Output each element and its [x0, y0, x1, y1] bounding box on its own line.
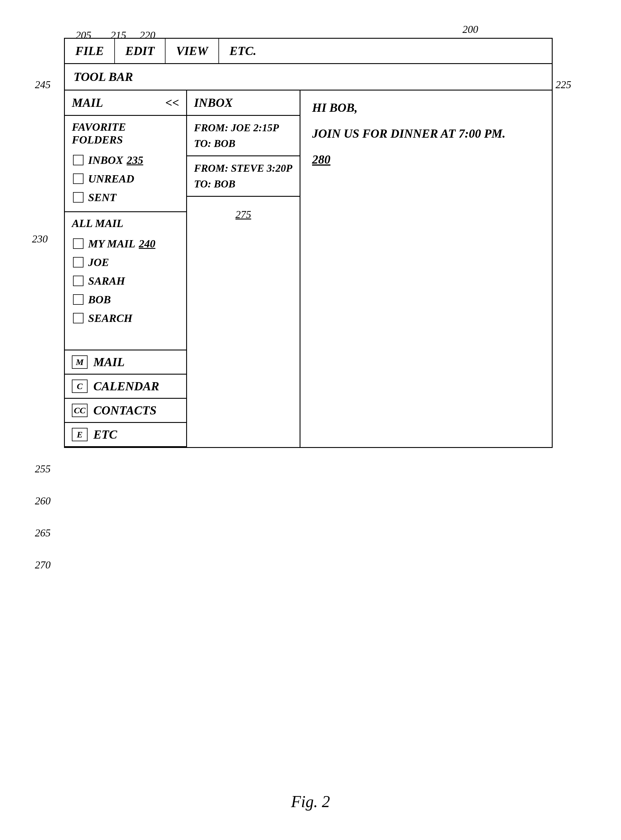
content-area: MAIL << FAVORITE FOLDERS INBOX 235 UNREA…	[65, 91, 552, 447]
email-item-1[interactable]: FROM: JOE 2:15P TO: BOB	[187, 116, 300, 156]
email-body-line2: JOIN US FOR DINNER AT 7:00 PM.	[312, 125, 540, 142]
email-1-from: FROM: JOE 2:15P	[194, 122, 292, 134]
menu-bar: FILE EDIT VIEW ETC.	[65, 39, 552, 64]
email-list-placeholder: 275	[187, 197, 300, 232]
annotation-230: 230	[32, 233, 48, 245]
annotation-200: 200	[462, 23, 478, 35]
figure-caption: Fig. 2	[291, 792, 330, 811]
nav-contacts-label: CONTACTS	[93, 403, 156, 418]
email-list-header: INBOX	[187, 91, 300, 116]
menu-etc[interactable]: ETC.	[219, 39, 267, 63]
menu-view[interactable]: VIEW	[165, 39, 219, 63]
sarah-checkbox[interactable]	[73, 276, 83, 286]
inbox-checkbox[interactable]	[73, 155, 83, 165]
email-1-to: TO: BOB	[194, 137, 292, 150]
nav-etc-label: ETC	[93, 428, 117, 442]
joe-checkbox[interactable]	[73, 257, 83, 267]
mymail-badge: 240	[139, 237, 155, 250]
search-label: SEARCH	[88, 312, 132, 325]
email-2-to: TO: BOB	[194, 178, 292, 190]
sidebar-item-mymail[interactable]: MY MAIL 240	[72, 234, 179, 253]
email-body-line1: HI BOB,	[312, 99, 540, 116]
search-checkbox[interactable]	[73, 313, 83, 324]
sidebar-item-unread[interactable]: UNREAD	[72, 169, 179, 188]
sidebar-header: MAIL <<	[65, 91, 186, 116]
sarah-label: SARAH	[88, 275, 125, 287]
sidebar-item-joe[interactable]: JOE	[72, 253, 179, 272]
toolbar: TOOL BAR	[65, 64, 552, 91]
placeholder-ref: 275	[236, 209, 251, 220]
bob-label: BOB	[88, 293, 111, 306]
email-ref: 280	[312, 151, 540, 168]
mymail-checkbox[interactable]	[73, 238, 83, 249]
mymail-label: MY MAIL	[88, 237, 135, 250]
joe-label: JOE	[88, 256, 109, 269]
inbox-badge: 235	[127, 154, 143, 167]
sent-label: SENT	[88, 191, 117, 204]
email-item-2[interactable]: FROM: STEVE 3:20P TO: BOB	[187, 156, 300, 197]
menu-edit[interactable]: EDIT	[115, 39, 165, 63]
inbox-label: INBOX	[88, 154, 123, 167]
sidebar-item-search[interactable]: SEARCH	[72, 309, 179, 327]
sidebar-title: MAIL	[72, 96, 103, 110]
annotation-260: 260	[35, 495, 51, 507]
email-2-from: FROM: STEVE 3:20P	[194, 162, 292, 174]
annotation-265: 265	[35, 527, 51, 539]
favorite-folders-title: FAVORITE FOLDERS	[72, 120, 179, 146]
annotation-245: 245	[35, 79, 51, 91]
email-list: INBOX FROM: JOE 2:15P TO: BOB FROM: STEV…	[187, 91, 300, 447]
nav-calendar[interactable]: C CALENDAR	[65, 375, 186, 399]
menu-file[interactable]: FILE	[65, 39, 115, 63]
etc-icon: E	[72, 428, 88, 441]
sent-checkbox[interactable]	[73, 192, 83, 203]
email-content-panel: HI BOB, JOIN US FOR DINNER AT 7:00 PM. 2…	[300, 91, 552, 447]
nav-contacts[interactable]: CC CONTACTS	[65, 399, 186, 423]
favorite-folders-section: FAVORITE FOLDERS INBOX 235 UNREAD SENT	[65, 116, 186, 212]
mail-icon: M	[72, 355, 88, 369]
all-mail-section: ALL MAIL MY MAIL 240 JOE SARAH	[65, 212, 186, 351]
nav-calendar-label: CALENDAR	[93, 379, 159, 393]
nav-etc[interactable]: E ETC	[65, 423, 186, 447]
sidebar-collapse-button[interactable]: <<	[165, 96, 179, 110]
all-mail-title: ALL MAIL	[72, 217, 179, 229]
sidebar-item-bob[interactable]: BOB	[72, 290, 179, 309]
unread-label: UNREAD	[88, 172, 134, 185]
sidebar-item-sarah[interactable]: SARAH	[72, 272, 179, 290]
unread-checkbox[interactable]	[73, 173, 83, 184]
bob-checkbox[interactable]	[73, 294, 83, 305]
main-window: FILE EDIT VIEW ETC. TOOL BAR MAIL << FAV…	[64, 38, 553, 448]
sidebar-item-sent[interactable]: SENT	[72, 188, 179, 207]
nav-mail-label: MAIL	[93, 355, 124, 369]
contacts-icon: CC	[72, 404, 88, 417]
nav-mail[interactable]: M MAIL	[65, 351, 186, 375]
annotation-225: 225	[556, 79, 571, 91]
calendar-icon: C	[72, 380, 88, 393]
sidebar: MAIL << FAVORITE FOLDERS INBOX 235 UNREA…	[65, 91, 187, 447]
annotation-255: 255	[35, 463, 51, 475]
sidebar-item-inbox[interactable]: INBOX 235	[72, 151, 179, 169]
annotation-270: 270	[35, 559, 51, 571]
